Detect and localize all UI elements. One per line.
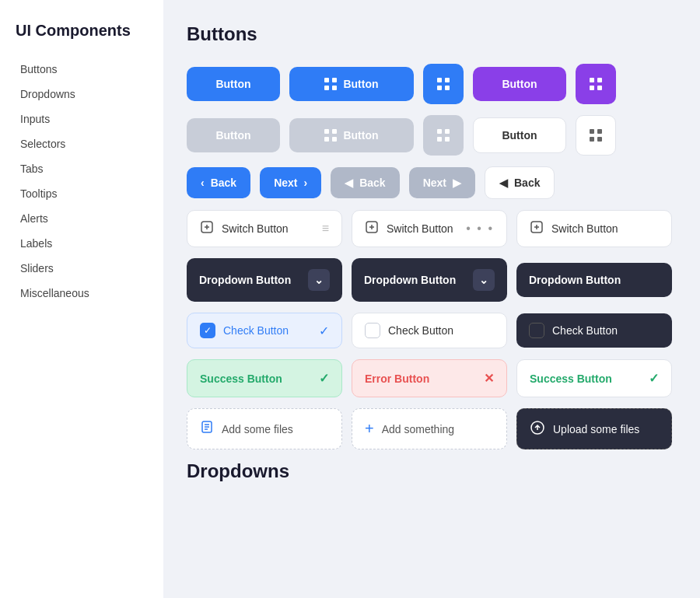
button-row-4: Switch Button ≡ Switch Button • • • [187, 210, 677, 247]
svg-rect-6 [437, 86, 442, 90]
svg-rect-5 [445, 78, 450, 82]
dropdown-button-2[interactable]: Dropdown Button ⌄ [352, 258, 507, 302]
svg-rect-14 [324, 137, 329, 142]
button-row-1: Button Button Button [187, 64, 677, 104]
svg-rect-21 [597, 129, 602, 134]
blue-button-1[interactable]: Button [187, 67, 280, 101]
x-icon-error-1: ✕ [484, 371, 494, 386]
add-files-button-1[interactable]: Add some files [187, 408, 342, 449]
switch-icon-3 [530, 220, 544, 237]
dropdown-button-3[interactable]: Dropdown Button [516, 263, 672, 297]
checkbox-blue-1: ✓ [200, 323, 215, 338]
blue-button-icon-2[interactable]: Button [289, 67, 414, 101]
svg-rect-22 [590, 137, 594, 142]
button-row-5: Dropdown Button ⌄ Dropdown Button ⌄ Drop… [187, 258, 677, 302]
svg-rect-3 [332, 86, 337, 90]
grid-icon-5 [437, 129, 450, 142]
chevron-down-icon-1: ⌄ [308, 269, 330, 291]
check-icon-success-2: ✓ [649, 371, 659, 386]
dropdown-button-1[interactable]: Dropdown Button ⌄ [187, 258, 342, 302]
button-row-8: Add some files + Add something Upload so… [187, 408, 677, 449]
svg-rect-2 [324, 86, 329, 90]
svg-rect-19 [445, 137, 450, 142]
section-title-buttons: Buttons [187, 23, 677, 45]
back-button-gray-1[interactable]: ◀ Back [331, 167, 399, 198]
svg-rect-18 [437, 137, 442, 142]
add-something-button-1[interactable]: + Add something [352, 408, 507, 449]
chevron-right-icon-1: › [304, 177, 308, 189]
svg-rect-15 [332, 137, 337, 142]
gray-icon-button-3[interactable] [423, 115, 464, 156]
sidebar-item-tabs[interactable]: Tabs [16, 156, 148, 181]
switch-button-2[interactable]: Switch Button • • • [352, 210, 507, 247]
svg-rect-1 [332, 78, 337, 82]
switch-icon-1 [200, 220, 214, 237]
sidebar-title: UI Components [16, 22, 148, 40]
check-mark-icon-1: ✓ [319, 323, 329, 338]
button-row-7: Success Button ✓ Error Button ✕ Success … [187, 359, 677, 397]
menu-icon-1: ≡ [322, 222, 329, 236]
upload-icon-1 [530, 420, 545, 438]
purple-button-1[interactable]: Button [473, 67, 566, 101]
svg-rect-8 [590, 78, 594, 82]
purple-icon-button[interactable] [576, 64, 616, 104]
back-button-outline-1[interactable]: ◀ Back [485, 166, 555, 199]
check-button-outline-1[interactable]: Check Button [352, 313, 507, 348]
sidebar-item-selectors[interactable]: Selectors [16, 131, 148, 156]
check-button-dark-1[interactable]: Check Button [516, 313, 672, 348]
svg-rect-17 [445, 129, 450, 134]
svg-rect-11 [597, 86, 602, 90]
chevron-down-icon-2: ⌄ [473, 269, 495, 291]
checkbox-empty-1 [365, 323, 380, 338]
svg-rect-13 [332, 129, 337, 134]
back-button-blue-1[interactable]: ‹ Back [187, 167, 250, 198]
sidebar-item-dropdowns[interactable]: Dropdowns [16, 82, 148, 107]
next-button-gray-1[interactable]: Next ▶ [409, 167, 475, 198]
main-content: Buttons Button Button Button Button [163, 0, 700, 598]
sidebar-item-inputs[interactable]: Inputs [16, 107, 148, 131]
sidebar: UI Components Buttons Dropdowns Inputs S… [0, 0, 163, 598]
outline-icon-button[interactable] [576, 115, 616, 156]
svg-rect-16 [437, 129, 442, 134]
chevron-left-icon-1: ‹ [201, 177, 205, 189]
sidebar-item-buttons[interactable]: Buttons [16, 57, 148, 82]
success-button-outline-1[interactable]: Success Button ✓ [516, 359, 672, 397]
gray-button-1[interactable]: Button [187, 118, 280, 152]
sidebar-item-labels[interactable]: Labels [16, 231, 148, 256]
success-button-1[interactable]: Success Button ✓ [187, 359, 342, 397]
button-row-3: ‹ Back Next › ◀ Back Next ▶ ◀ Back [187, 166, 677, 199]
grid-icon-3 [590, 78, 602, 90]
outline-button-1[interactable]: Button [473, 117, 566, 153]
chevron-right-icon-2: ▶ [453, 177, 461, 189]
grid-icon-1 [324, 78, 337, 90]
dots-icon-1: • • • [466, 222, 494, 236]
next-button-blue-1[interactable]: Next › [260, 167, 321, 198]
chevron-left-icon-3: ◀ [499, 177, 508, 189]
upload-files-button-1[interactable]: Upload some files [516, 408, 672, 449]
plus-icon-1: + [365, 420, 374, 438]
section-title-dropdowns: Dropdowns [187, 460, 677, 482]
svg-rect-12 [324, 129, 329, 134]
sidebar-item-alerts[interactable]: Alerts [16, 206, 148, 231]
blue-icon-button-3[interactable] [423, 64, 464, 104]
error-button-1[interactable]: Error Button ✕ [352, 359, 507, 397]
svg-rect-23 [597, 137, 602, 142]
grid-icon-6 [590, 129, 602, 142]
svg-rect-0 [324, 78, 329, 82]
grid-icon-4 [324, 129, 337, 142]
gray-button-icon-2[interactable]: Button [289, 118, 414, 152]
check-icon-success-1: ✓ [319, 371, 329, 386]
svg-rect-9 [597, 78, 602, 82]
sidebar-item-tooltips[interactable]: Tooltips [16, 181, 148, 206]
svg-rect-10 [590, 86, 594, 90]
sidebar-item-sliders[interactable]: Sliders [16, 256, 148, 281]
button-row-6: ✓ Check Button ✓ Check Button Check Butt… [187, 313, 677, 348]
check-button-blue-1[interactable]: ✓ Check Button ✓ [187, 313, 342, 348]
switch-button-3[interactable]: Switch Button [516, 210, 672, 247]
switch-button-1[interactable]: Switch Button ≡ [187, 210, 342, 247]
chevron-left-icon-2: ◀ [345, 177, 353, 189]
sidebar-item-miscellaneous[interactable]: Miscellaneous [16, 281, 148, 306]
svg-rect-4 [437, 78, 442, 82]
checkbox-dark-1 [529, 323, 544, 338]
file-icon-1 [200, 420, 214, 438]
